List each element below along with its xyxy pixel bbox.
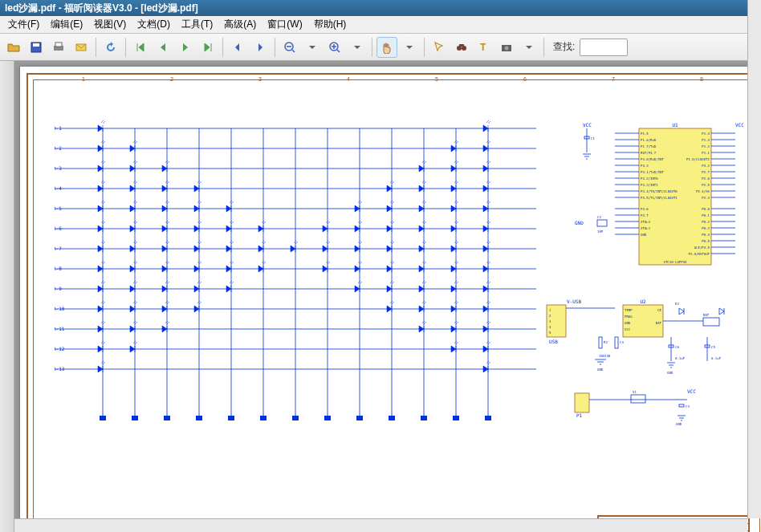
snapshot-dropdown[interactable] (519, 37, 539, 58)
svg-text:P0.5: P0.5 (702, 239, 710, 243)
svg-text:P3.7: P3.7 (641, 213, 649, 217)
svg-text:P4.2: P4.2 (702, 164, 710, 168)
svg-rect-3 (55, 43, 62, 47)
hand-tool-button[interactable] (376, 37, 397, 58)
text-select-button[interactable]: T (474, 37, 494, 58)
svg-text:VCC: VCC (687, 388, 696, 394)
menu-advanced[interactable]: 高级(A) (219, 16, 261, 33)
svg-rect-58 (292, 416, 299, 420)
separator (125, 38, 126, 57)
svg-rect-57 (260, 416, 267, 420)
svg-text:R-12: R-12 (55, 346, 65, 351)
svg-rect-165 (703, 318, 719, 326)
svg-text:D2: D2 (675, 302, 679, 306)
svg-text:GND: GND (667, 371, 674, 375)
zoom-dropdown[interactable] (302, 37, 323, 58)
svg-text:XTAL1: XTAL1 (641, 226, 651, 230)
open-button[interactable] (3, 37, 24, 58)
separator (96, 38, 96, 57)
zoom-dropdown2[interactable] (347, 37, 368, 58)
last-page-button[interactable] (197, 37, 218, 58)
svg-text:R-11: R-11 (55, 326, 65, 331)
svg-point-12 (505, 46, 509, 50)
ruler-col: 1 (82, 76, 85, 82)
next-page-button[interactable] (175, 37, 196, 58)
email-button[interactable] (71, 37, 92, 58)
svg-text:U2: U2 (640, 298, 646, 304)
svg-text:ALE/P4.5: ALE/P4.5 (694, 246, 710, 250)
svg-rect-143 (597, 220, 607, 226)
prev-page-button[interactable] (153, 37, 173, 58)
led-array-schematic: R-1R-2R-3 R-4R-5R-6 R-7R-8R-9 R-10R-11R-… (55, 112, 544, 433)
svg-text:P1.0/CLKOUT2: P1.0/CLKOUT2 (686, 157, 710, 161)
svg-text:P1.7/TxD: P1.7/TxD (641, 144, 657, 148)
svg-text:VCC: VCC (735, 122, 743, 128)
svg-text:GND: GND (575, 220, 584, 225)
svg-rect-64 (485, 416, 491, 420)
binoculars-button[interactable] (451, 37, 472, 58)
separator (424, 38, 425, 57)
menu-help[interactable]: 帮助(H) (309, 16, 352, 33)
svg-text:P3.4/T0/INT/CLKOUT0: P3.4/T0/INT/CLKOUT0 (641, 189, 678, 193)
menu-document[interactable]: 文档(D) (132, 16, 175, 33)
reload-button[interactable] (100, 37, 121, 58)
vertical-scrollbar[interactable] (747, 0, 761, 518)
svg-text:P3.0/RxD/INT: P3.0/RxD/INT (641, 157, 664, 161)
ruler-col: 2 (170, 76, 173, 82)
snapshot-button[interactable] (496, 37, 517, 58)
svg-text:GND: GND (641, 233, 647, 237)
svg-text:P2.5: P2.5 (702, 183, 710, 187)
search-box[interactable] (580, 39, 628, 56)
sidebar-panel[interactable] (0, 61, 14, 532)
svg-text:R-1: R-1 (55, 125, 62, 131)
zoom-in-button[interactable] (324, 37, 345, 58)
hand-dropdown[interactable] (399, 37, 420, 58)
svg-text:P1.4: P1.4 (702, 132, 710, 136)
ruler-col: 8 (700, 76, 703, 82)
save-button[interactable] (26, 37, 47, 58)
svg-text:P3.1/TxD/INT: P3.1/TxD/INT (641, 170, 664, 174)
horizontal-scrollbar[interactable] (14, 518, 747, 532)
ruler-col: 7 (612, 76, 615, 82)
svg-text:U1: U1 (672, 122, 678, 128)
svg-rect-54 (164, 416, 170, 420)
document-area[interactable]: 1 2 3 4 5 6 7 8 (14, 61, 761, 532)
svg-text:XTAL2: XTAL2 (641, 220, 651, 224)
usb-charger-schematic: 12 34 5 USB V-USB TEMPPROG GNDVCC CE BAT… (543, 297, 743, 425)
svg-text:P0.0: P0.0 (702, 207, 710, 211)
first-page-button[interactable] (130, 37, 151, 58)
select-tool-button[interactable] (429, 37, 450, 58)
separator (543, 38, 544, 57)
svg-text:P4.3: P4.3 (641, 164, 649, 168)
svg-rect-53 (132, 416, 138, 420)
svg-text:C6: C6 (675, 345, 679, 349)
svg-text:P1.6/RxD: P1.6/RxD (641, 138, 657, 142)
menu-view[interactable]: 视图(V) (89, 16, 131, 33)
svg-text:P1.1: P1.1 (702, 151, 710, 155)
zoom-out-button[interactable] (279, 37, 300, 58)
svg-text:VCC: VCC (583, 122, 592, 128)
svg-text:S1: S1 (633, 390, 637, 394)
mcu-schematic: STC10-LQFP44 U1 (575, 120, 743, 281)
print-button[interactable] (48, 37, 69, 58)
forward-button[interactable] (250, 37, 271, 58)
svg-text:P1.3: P1.3 (702, 138, 710, 142)
svg-text:VCC: VCC (625, 327, 631, 331)
back-button[interactable] (227, 37, 248, 58)
svg-text:P2.0/RSTOUT: P2.0/RSTOUT (689, 252, 710, 256)
menu-tools[interactable]: 工具(T) (177, 16, 218, 33)
svg-rect-183 (575, 393, 589, 412)
svg-text:R-9: R-9 (55, 286, 62, 291)
menu-window[interactable]: 窗口(W) (262, 16, 307, 33)
svg-text:P2.3: P2.3 (702, 196, 710, 200)
svg-text:P1: P1 (576, 412, 583, 418)
menu-edit[interactable]: 编辑(E) (46, 16, 87, 33)
svg-text:1N4148: 1N4148 (599, 354, 611, 358)
svg-rect-55 (196, 416, 202, 420)
svg-rect-61 (389, 416, 395, 420)
ruler-col: 6 (523, 76, 527, 82)
separator (372, 38, 372, 57)
svg-text:P2.4/SS: P2.4/SS (696, 189, 710, 193)
ruler-col: 3 (258, 76, 262, 82)
menu-file[interactable]: 文件(F) (3, 16, 44, 33)
